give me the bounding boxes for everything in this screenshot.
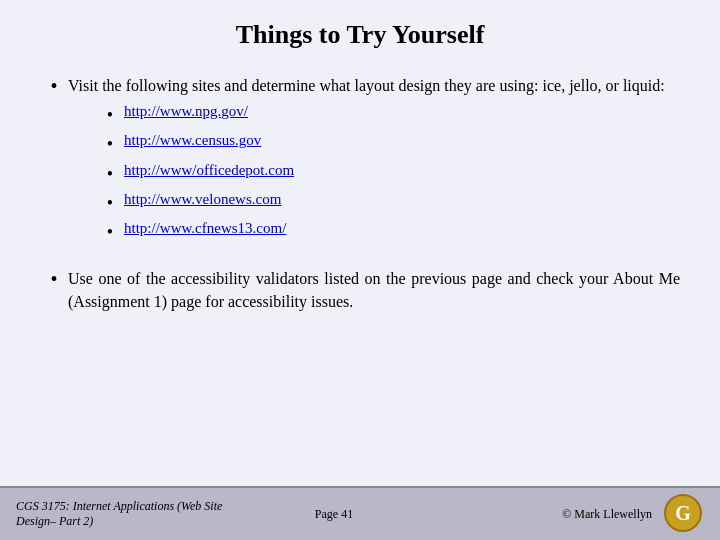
sub-bullet-dot-1: • — [96, 103, 124, 128]
sub-bullet-dot-5: • — [96, 220, 124, 245]
footer-copyright: © Mark Llewellyn — [440, 507, 652, 522]
sub-bullet-1: • http://www.npg.gov/ — [96, 103, 665, 128]
link-cfnews[interactable]: http://www.cfnews13.com/ — [124, 220, 286, 237]
main-bullet-2: • Use one of the accessibility validator… — [40, 267, 680, 313]
slide-title: Things to Try Yourself — [40, 20, 680, 50]
link-census[interactable]: http://www.census.gov — [124, 132, 261, 149]
sub-bullet-dot-2: • — [96, 132, 124, 157]
link-velonews[interactable]: http://www.velonews.com — [124, 191, 281, 208]
footer-page: Page 41 — [228, 507, 440, 522]
bullet-text-1: Visit the following sites and determine … — [68, 77, 665, 94]
sub-bullet-4: • http://www.velonews.com — [96, 191, 665, 216]
link-officedepot[interactable]: http://www/officedepot.com — [124, 162, 294, 179]
logo-icon: G — [664, 494, 702, 532]
sub-bullet-3: • http://www/officedepot.com — [96, 162, 665, 187]
slide: Things to Try Yourself • Visit the follo… — [0, 0, 720, 540]
bullet-text-2: Use one of the accessibility validators … — [68, 267, 680, 313]
bullet-dot-1: • — [40, 74, 68, 98]
footer-logo: G — [664, 494, 704, 534]
bullet-dot-2: • — [40, 267, 68, 291]
sub-bullet-dot-3: • — [96, 162, 124, 187]
slide-content: Things to Try Yourself • Visit the follo… — [0, 0, 720, 486]
sub-bullet-5: • http://www.cfnews13.com/ — [96, 220, 665, 245]
sub-bullet-dot-4: • — [96, 191, 124, 216]
footer-course: CGS 3175: Internet Applications (Web Sit… — [16, 499, 228, 529]
link-npg[interactable]: http://www.npg.gov/ — [124, 103, 248, 120]
footer: CGS 3175: Internet Applications (Web Sit… — [0, 486, 720, 540]
main-bullet-1: • Visit the following sites and determin… — [40, 74, 680, 251]
sub-bullet-2: • http://www.census.gov — [96, 132, 665, 157]
sub-bullets-1: • http://www.npg.gov/ • http://www.censu… — [96, 103, 665, 245]
